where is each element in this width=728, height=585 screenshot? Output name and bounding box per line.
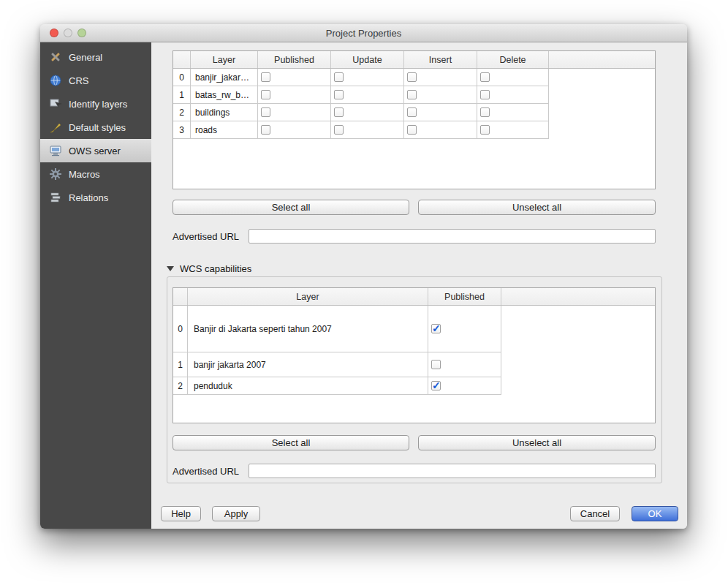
column-header-published[interactable]: Published — [428, 288, 501, 305]
wfs-select-all-button[interactable]: Select all — [172, 200, 409, 215]
wcs-advertised-url-input[interactable] — [249, 464, 656, 478]
sidebar-item-macros[interactable]: Macros — [40, 162, 151, 186]
table-row: 1 banjir jakarta 2007 — [173, 352, 655, 377]
column-header-delete[interactable]: Delete — [477, 51, 549, 68]
row-number[interactable]: 1 — [173, 86, 191, 104]
column-header-layer[interactable]: Layer — [191, 51, 258, 68]
layer-name-cell[interactable]: Banjir di Jakarta seperti tahun 2007 — [188, 306, 428, 352]
apply-button[interactable]: Apply — [212, 506, 260, 521]
delete-checkbox[interactable] — [480, 72, 490, 82]
update-cell — [331, 104, 404, 121]
layer-name-cell[interactable]: banjir_jakar… — [191, 69, 258, 86]
row-number[interactable]: 0 — [173, 69, 191, 86]
globe-icon — [48, 73, 63, 88]
column-header-insert[interactable]: Insert — [404, 51, 477, 68]
collapse-arrow-icon[interactable] — [167, 266, 174, 271]
relations-table-icon — [48, 190, 63, 205]
sidebar-item-relations[interactable]: Relations — [40, 186, 151, 209]
layer-name-cell[interactable]: roads — [191, 121, 258, 139]
row-filler — [549, 104, 655, 121]
delete-checkbox[interactable] — [480, 107, 490, 117]
cancel-button[interactable]: Cancel — [570, 506, 620, 521]
published-checkbox[interactable] — [261, 107, 270, 117]
wcs-select-all-button[interactable]: Select all — [172, 435, 409, 450]
sidebar-item-general[interactable]: General — [40, 45, 151, 69]
column-header-layer[interactable]: Layer — [188, 288, 428, 305]
update-cell — [331, 121, 404, 139]
column-header-update[interactable]: Update — [331, 51, 404, 68]
published-cell — [258, 69, 331, 86]
server-monitor-icon — [48, 143, 63, 158]
update-checkbox[interactable] — [334, 125, 344, 135]
layer-name-cell[interactable]: batas_rw_b… — [191, 86, 258, 104]
published-cell — [428, 352, 501, 377]
row-number[interactable]: 1 — [173, 352, 188, 377]
row-number[interactable]: 3 — [173, 121, 191, 139]
row-number-header — [173, 288, 188, 305]
delete-cell — [477, 104, 549, 121]
update-checkbox[interactable] — [334, 90, 344, 99]
insert-cell — [404, 86, 477, 104]
gear-icon — [48, 167, 63, 181]
wfs-advertised-url-label: Advertised URL — [172, 231, 239, 242]
sidebar: General CRS Identify layers Default styl… — [40, 42, 151, 529]
wfs-table-header: Layer Published Update Insert Delete — [173, 51, 655, 69]
ok-button[interactable]: OK — [632, 506, 678, 521]
wfs-unselect-all-button[interactable]: Unselect all — [418, 200, 656, 215]
header-filler — [549, 51, 655, 68]
row-filler — [501, 352, 655, 377]
insert-checkbox[interactable] — [407, 107, 417, 117]
tools-icon — [48, 50, 63, 64]
row-filler — [549, 86, 655, 104]
delete-checkbox[interactable] — [480, 90, 490, 99]
row-number[interactable]: 2 — [173, 377, 188, 395]
titlebar[interactable]: Project Properties — [40, 24, 687, 42]
table-row: 2 penduduk — [173, 377, 655, 395]
help-button[interactable]: Help — [161, 506, 201, 521]
update-checkbox[interactable] — [334, 107, 344, 117]
paintbrush-icon — [48, 120, 63, 135]
layer-name-cell[interactable]: penduduk — [188, 377, 428, 395]
wcs-layers-table: Layer Published 0 Banjir di Jakarta sepe… — [172, 287, 656, 423]
published-checkbox[interactable] — [261, 125, 270, 135]
published-checkbox[interactable] — [431, 381, 441, 390]
close-button[interactable] — [50, 29, 58, 37]
layer-name-cell[interactable]: buildings — [191, 104, 258, 121]
zoom-button[interactable] — [77, 29, 86, 37]
published-cell — [258, 86, 331, 104]
wfs-advertised-url-input[interactable] — [249, 229, 656, 244]
minimize-button[interactable] — [64, 29, 72, 37]
row-filler — [501, 377, 655, 395]
row-number[interactable]: 2 — [173, 104, 191, 121]
sidebar-item-label: Identify layers — [69, 99, 127, 110]
row-number[interactable]: 0 — [173, 306, 188, 352]
delete-checkbox[interactable] — [480, 125, 490, 135]
published-checkbox[interactable] — [261, 90, 270, 99]
update-cell — [331, 86, 404, 104]
row-filler — [549, 69, 655, 86]
published-checkbox[interactable] — [431, 324, 441, 333]
wcs-capabilities-section-header[interactable]: WCS capabilities — [167, 263, 251, 274]
table-row: 2 buildings — [173, 104, 655, 121]
section-title: WCS capabilities — [180, 263, 251, 274]
sidebar-item-ows-server[interactable]: OWS server — [40, 139, 151, 162]
table-row: 1 batas_rw_b… — [173, 86, 655, 104]
update-checkbox[interactable] — [334, 72, 344, 82]
sidebar-item-identify-layers[interactable]: Identify layers — [40, 92, 151, 116]
insert-checkbox[interactable] — [407, 90, 417, 99]
wcs-unselect-all-button[interactable]: Unselect all — [418, 435, 656, 450]
wcs-table-header: Layer Published — [173, 288, 655, 306]
insert-cell — [404, 104, 477, 121]
insert-checkbox[interactable] — [407, 72, 417, 82]
sidebar-item-label: General — [69, 52, 102, 63]
layer-name-cell[interactable]: banjir jakarta 2007 — [188, 352, 428, 377]
column-header-published[interactable]: Published — [258, 51, 331, 68]
published-cell — [258, 121, 331, 139]
published-checkbox[interactable] — [261, 72, 270, 82]
row-filler — [549, 121, 655, 139]
wcs-advertised-url-label: Advertised URL — [172, 466, 239, 477]
sidebar-item-crs[interactable]: CRS — [40, 69, 151, 92]
sidebar-item-default-styles[interactable]: Default styles — [40, 116, 151, 139]
published-checkbox[interactable] — [431, 360, 441, 369]
insert-checkbox[interactable] — [407, 125, 417, 135]
